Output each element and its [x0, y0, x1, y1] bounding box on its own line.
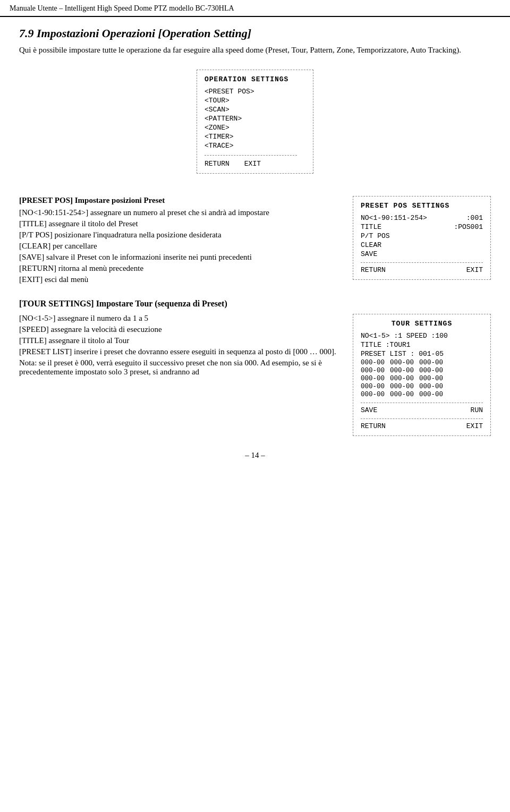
- tour-no-speed-row: NO<1-5> :1 SPEED :100: [361, 332, 483, 340]
- preset-pos-title: PRESET POS SETTINGS: [361, 202, 483, 210]
- op-menu-pattern: <PATTERN>: [205, 115, 297, 123]
- preset-line-0: [NO<1-90:151-254>] assegnare un numero a…: [19, 208, 337, 217]
- tour-grid-2-0: 000-00: [361, 375, 385, 382]
- tour-line-2: [TITLE] assegnare il titolo al Tour: [19, 336, 337, 345]
- op-menu-tour: <TOUR>: [205, 97, 297, 105]
- preset-no-label: NO<1-90:151-254>: [361, 214, 427, 222]
- preset-line-5: [RETURN] ritorna al menù precedente: [19, 264, 337, 273]
- tour-grid-row-4: 000-00 000-00 000-00: [361, 391, 483, 398]
- tour-line-1: [SPEED] assegnare la velocità di esecuzi…: [19, 325, 337, 334]
- op-menu-preset: <PRESET POS>: [205, 88, 297, 96]
- preset-heading: [PRESET POS] Impostare posizioni Preset: [19, 196, 337, 205]
- preset-pos-box: PRESET POS SETTINGS NO<1-90:151-254> :00…: [353, 196, 491, 280]
- tour-settings-title: TOUR SETTINGS: [361, 320, 483, 328]
- tour-grid-1-0: 000-00: [361, 367, 385, 374]
- preset-title-value: :POS001: [454, 223, 483, 231]
- op-settings-center: OPERATION SETTINGS <PRESET POS> <TOUR> <…: [19, 64, 491, 185]
- tour-grid-0-0: 000-00: [361, 359, 385, 366]
- preset-box-wrap: PRESET POS SETTINGS NO<1-90:151-254> :00…: [353, 196, 491, 280]
- tour-grid-row-2: 000-00 000-00 000-00: [361, 375, 483, 382]
- tour-section-heading: [TOUR SETTINGS] Impostare Tour (sequenza…: [19, 299, 491, 309]
- tour-grid-4-0: 000-00: [361, 391, 385, 398]
- preset-line-6: [EXIT] esci dal menù: [19, 275, 337, 284]
- op-menu-scan: <SCAN>: [205, 106, 297, 114]
- tour-section-text: [NO<1-5>] assegnare il numero da 1 a 5 […: [19, 314, 337, 379]
- tour-grid-1-2: 000-00: [419, 367, 443, 374]
- tour-box-middle-footer: SAVE RUN: [361, 403, 483, 414]
- preset-box-footer: RETURN EXIT: [361, 262, 483, 274]
- op-settings-footer: RETURN EXIT: [205, 155, 297, 168]
- tour-grid-3-2: 000-00: [419, 383, 443, 390]
- preset-clear-row: CLEAR: [361, 241, 483, 249]
- tour-grid-4-2: 000-00: [419, 391, 443, 398]
- preset-save: SAVE: [361, 250, 377, 258]
- tour-line-0: [NO<1-5>] assegnare il numero da 1 a 5: [19, 314, 337, 323]
- preset-pt-pos: P/T POS: [361, 232, 390, 240]
- tour-grid-row-1: 000-00 000-00 000-00: [361, 367, 483, 374]
- preset-line-3: [CLEAR] per cancellare: [19, 242, 337, 251]
- preset-line-4: [SAVE] salvare il Preset con le informaz…: [19, 253, 337, 262]
- tour-grid-row-0: 000-00 000-00 000-00: [361, 359, 483, 366]
- tour-settings-box: TOUR SETTINGS NO<1-5> :1 SPEED :100 TITL…: [353, 314, 491, 436]
- tour-line-3: [PRESET LIST] inserire i preset che dovr…: [19, 347, 337, 356]
- preset-title-row: TITLE :POS001: [361, 223, 483, 231]
- tour-save: SAVE: [361, 406, 377, 414]
- op-return: RETURN: [205, 160, 230, 168]
- preset-no-row: NO<1-90:151-254> :001: [361, 214, 483, 222]
- tour-run: RUN: [471, 406, 483, 414]
- preset-pt-pos-row: P/T POS: [361, 232, 483, 240]
- preset-title-label: TITLE: [361, 223, 381, 231]
- tour-preset-list: PRESET LIST : 001-05: [361, 350, 444, 358]
- tour-title-row: TITLE :TOUR1: [361, 341, 483, 349]
- tour-exit: EXIT: [466, 422, 483, 430]
- tour-grid-3-0: 000-00: [361, 383, 385, 390]
- tour-preset-list-row: PRESET LIST : 001-05: [361, 350, 483, 358]
- tour-return: RETURN: [361, 422, 386, 430]
- preset-save-row: SAVE: [361, 250, 483, 258]
- tour-no-speed: NO<1-5> :1 SPEED :100: [361, 332, 448, 340]
- preset-exit: EXIT: [466, 266, 483, 274]
- tour-grid-0-2: 000-00: [419, 359, 443, 366]
- tour-grid-0-1: 000-00: [390, 359, 414, 366]
- section-heading: 7.9 Impostazioni Operazioni [Operation S…: [19, 27, 491, 40]
- header-title: Manuale Utente – Intelligent High Speed …: [10, 4, 234, 12]
- tour-title: TITLE :TOUR1: [361, 341, 411, 349]
- op-settings-box: OPERATION SETTINGS <PRESET POS> <TOUR> <…: [197, 70, 313, 174]
- page-header: Manuale Utente – Intelligent High Speed …: [0, 0, 510, 17]
- intro-text: Qui è possibile impostare tutte le opera…: [19, 46, 491, 55]
- preset-section-text: [PRESET POS] Impostare posizioni Preset …: [19, 196, 337, 286]
- tour-grid-4-1: 000-00: [390, 391, 414, 398]
- tour-grid-1-1: 000-00: [390, 367, 414, 374]
- preset-line-2: [P/T POS] posizionare l'inquadratura nel…: [19, 230, 337, 240]
- tour-section-row: [NO<1-5>] assegnare il numero da 1 a 5 […: [19, 314, 491, 436]
- preset-line-1: [TITLE] assegnare il titolo del Preset: [19, 219, 337, 228]
- op-menu-zone: <ZONE>: [205, 124, 297, 132]
- op-menu-timer: <TIMER>: [205, 133, 297, 141]
- preset-section-row: [PRESET POS] Impostare posizioni Preset …: [19, 196, 491, 286]
- tour-grid-row-3: 000-00 000-00 000-00: [361, 383, 483, 390]
- tour-grid-3-1: 000-00: [390, 383, 414, 390]
- tour-grid-2-1: 000-00: [390, 375, 414, 382]
- page-number: – 14 –: [245, 451, 265, 459]
- tour-grid-2-2: 000-00: [419, 375, 443, 382]
- preset-clear: CLEAR: [361, 241, 381, 249]
- op-exit: EXIT: [244, 160, 261, 168]
- op-menu-trace: <TRACE>: [205, 142, 297, 150]
- tour-box-footer: RETURN EXIT: [361, 418, 483, 430]
- preset-no-value: :001: [466, 214, 483, 222]
- op-settings-title: OPERATION SETTINGS: [205, 75, 297, 83]
- tour-line-4: Nota: se il preset è 000, verrà eseguito…: [19, 358, 337, 377]
- page-footer: – 14 –: [19, 451, 491, 460]
- tour-box-wrap: TOUR SETTINGS NO<1-5> :1 SPEED :100 TITL…: [353, 314, 491, 436]
- preset-return: RETURN: [361, 266, 386, 274]
